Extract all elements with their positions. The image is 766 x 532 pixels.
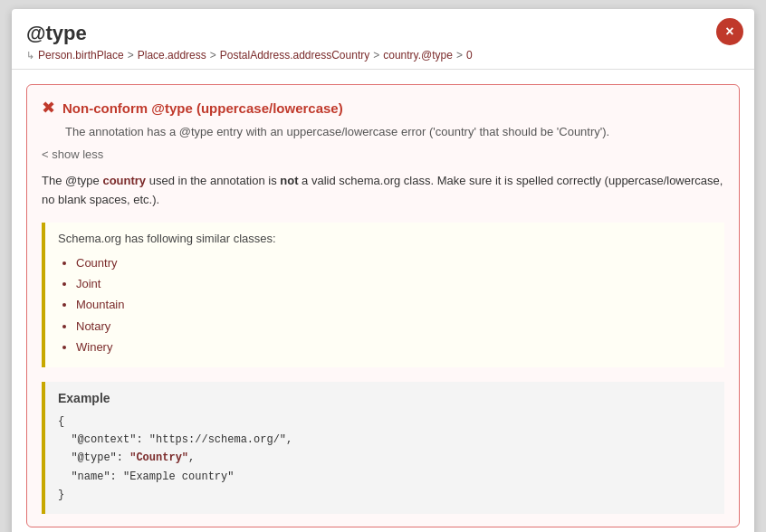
error-icon: ✖ (42, 98, 55, 118)
breadcrumb-sep-3: > (456, 49, 463, 62)
error-title: Non-conform @type (uppercase/lowercase) (62, 100, 343, 116)
error-description: The annotation has a @type entry with an… (42, 125, 724, 138)
close-button[interactable]: × (716, 18, 743, 45)
example-code: { "@context": "https://schema.org/", "@t… (58, 413, 712, 505)
similar-classes-box: Schema.org has following similar classes… (42, 223, 724, 367)
breadcrumb-item-3[interactable]: country.@type (383, 49, 453, 62)
keyword-country: country (102, 174, 146, 187)
modal-overlay: @type ↳ Person.birthPlace > Place.addres… (0, 0, 766, 532)
breadcrumb-item-0[interactable]: Person.birthPlace (38, 49, 124, 62)
show-less-link[interactable]: < show less (42, 147, 103, 161)
breadcrumb-item-2[interactable]: PostalAddress.addressCountry (220, 49, 369, 62)
modal-body: ✖ Non-conform @type (uppercase/lowercase… (12, 70, 754, 532)
breadcrumb: ↳ Person.birthPlace > Place.address > Po… (26, 49, 740, 62)
breadcrumb-sep-0: > (128, 49, 134, 62)
error-box: ✖ Non-conform @type (uppercase/lowercase… (26, 84, 740, 527)
breadcrumb-sep-1: > (210, 49, 216, 62)
code-highlight: "Country" (129, 451, 188, 464)
detail-text: The @type country used in the annotation… (42, 172, 724, 210)
example-title: Example (58, 391, 712, 405)
code-line-2: "@type": "Country", (58, 449, 712, 467)
similar-classes-intro: Schema.org has following similar classes… (58, 232, 712, 245)
list-item[interactable]: Country (76, 252, 712, 273)
code-line-3: "name": "Example country" (58, 468, 712, 486)
list-item[interactable]: Joint (76, 273, 712, 294)
error-header: ✖ Non-conform @type (uppercase/lowercase… (42, 98, 724, 118)
list-item[interactable]: Winery (76, 337, 712, 357)
breadcrumb-item-4[interactable]: 0 (466, 49, 473, 62)
list-item[interactable]: Mountain (76, 294, 712, 315)
code-line-1: "@context": "https://schema.org/", (58, 431, 712, 449)
code-line-0: { (58, 413, 712, 431)
breadcrumb-sep-2: > (373, 49, 379, 62)
example-box: Example { "@context": "https://schema.or… (42, 382, 724, 514)
breadcrumb-item-1[interactable]: Place.address (138, 49, 206, 62)
keyword-not: not (280, 174, 298, 187)
modal-title: @type (26, 22, 740, 45)
modal-container: @type ↳ Person.birthPlace > Place.addres… (12, 9, 754, 532)
list-item[interactable]: Notary (76, 316, 712, 337)
code-line-4: } (58, 486, 712, 504)
modal-header: @type ↳ Person.birthPlace > Place.addres… (12, 9, 754, 70)
similar-classes-list: Country Joint Mountain Notary Winery (58, 252, 712, 358)
breadcrumb-arrow-icon: ↳ (26, 50, 34, 62)
